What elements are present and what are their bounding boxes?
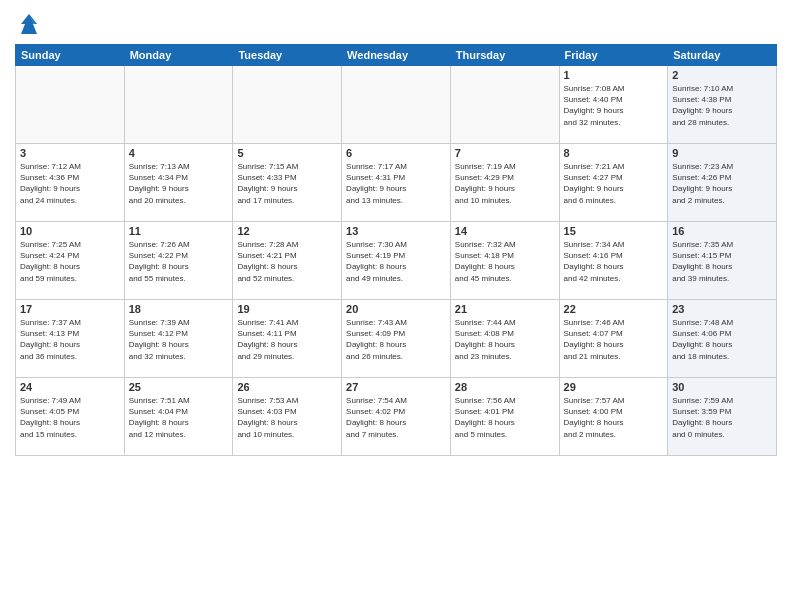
day-cell: 12Sunrise: 7:28 AMSunset: 4:21 PMDayligh… [233, 222, 342, 300]
weekday-header-thursday: Thursday [450, 45, 559, 66]
day-info: Sunrise: 7:49 AMSunset: 4:05 PMDaylight:… [20, 395, 120, 440]
day-number: 4 [129, 147, 229, 159]
day-cell: 5Sunrise: 7:15 AMSunset: 4:33 PMDaylight… [233, 144, 342, 222]
day-number: 27 [346, 381, 446, 393]
weekday-header-wednesday: Wednesday [342, 45, 451, 66]
day-info: Sunrise: 7:46 AMSunset: 4:07 PMDaylight:… [564, 317, 664, 362]
day-number: 24 [20, 381, 120, 393]
calendar-body: 1Sunrise: 7:08 AMSunset: 4:40 PMDaylight… [16, 66, 777, 456]
day-cell: 11Sunrise: 7:26 AMSunset: 4:22 PMDayligh… [124, 222, 233, 300]
day-number: 29 [564, 381, 664, 393]
day-info: Sunrise: 7:43 AMSunset: 4:09 PMDaylight:… [346, 317, 446, 362]
day-number: 8 [564, 147, 664, 159]
day-info: Sunrise: 7:26 AMSunset: 4:22 PMDaylight:… [129, 239, 229, 284]
calendar: SundayMondayTuesdayWednesdayThursdayFrid… [15, 44, 777, 456]
day-info: Sunrise: 7:57 AMSunset: 4:00 PMDaylight:… [564, 395, 664, 440]
weekday-header-saturday: Saturday [668, 45, 777, 66]
weekday-header-friday: Friday [559, 45, 668, 66]
header [15, 10, 777, 38]
day-info: Sunrise: 7:21 AMSunset: 4:27 PMDaylight:… [564, 161, 664, 206]
day-info: Sunrise: 7:08 AMSunset: 4:40 PMDaylight:… [564, 83, 664, 128]
day-info: Sunrise: 7:39 AMSunset: 4:12 PMDaylight:… [129, 317, 229, 362]
day-cell [16, 66, 125, 144]
day-number: 19 [237, 303, 337, 315]
day-number: 14 [455, 225, 555, 237]
day-info: Sunrise: 7:10 AMSunset: 4:38 PMDaylight:… [672, 83, 772, 128]
day-info: Sunrise: 7:59 AMSunset: 3:59 PMDaylight:… [672, 395, 772, 440]
day-info: Sunrise: 7:12 AMSunset: 4:36 PMDaylight:… [20, 161, 120, 206]
day-info: Sunrise: 7:56 AMSunset: 4:01 PMDaylight:… [455, 395, 555, 440]
day-cell: 29Sunrise: 7:57 AMSunset: 4:00 PMDayligh… [559, 378, 668, 456]
day-cell: 3Sunrise: 7:12 AMSunset: 4:36 PMDaylight… [16, 144, 125, 222]
day-cell [124, 66, 233, 144]
day-info: Sunrise: 7:23 AMSunset: 4:26 PMDaylight:… [672, 161, 772, 206]
day-info: Sunrise: 7:13 AMSunset: 4:34 PMDaylight:… [129, 161, 229, 206]
day-cell: 8Sunrise: 7:21 AMSunset: 4:27 PMDaylight… [559, 144, 668, 222]
day-cell: 9Sunrise: 7:23 AMSunset: 4:26 PMDaylight… [668, 144, 777, 222]
day-number: 1 [564, 69, 664, 81]
day-number: 10 [20, 225, 120, 237]
week-row-5: 24Sunrise: 7:49 AMSunset: 4:05 PMDayligh… [16, 378, 777, 456]
day-info: Sunrise: 7:44 AMSunset: 4:08 PMDaylight:… [455, 317, 555, 362]
day-number: 28 [455, 381, 555, 393]
day-number: 3 [20, 147, 120, 159]
day-cell [233, 66, 342, 144]
day-number: 22 [564, 303, 664, 315]
day-number: 2 [672, 69, 772, 81]
day-number: 7 [455, 147, 555, 159]
day-cell: 28Sunrise: 7:56 AMSunset: 4:01 PMDayligh… [450, 378, 559, 456]
day-number: 12 [237, 225, 337, 237]
day-number: 20 [346, 303, 446, 315]
day-cell: 17Sunrise: 7:37 AMSunset: 4:13 PMDayligh… [16, 300, 125, 378]
day-cell: 16Sunrise: 7:35 AMSunset: 4:15 PMDayligh… [668, 222, 777, 300]
day-number: 30 [672, 381, 772, 393]
day-number: 17 [20, 303, 120, 315]
day-info: Sunrise: 7:37 AMSunset: 4:13 PMDaylight:… [20, 317, 120, 362]
day-cell: 10Sunrise: 7:25 AMSunset: 4:24 PMDayligh… [16, 222, 125, 300]
week-row-4: 17Sunrise: 7:37 AMSunset: 4:13 PMDayligh… [16, 300, 777, 378]
day-cell: 19Sunrise: 7:41 AMSunset: 4:11 PMDayligh… [233, 300, 342, 378]
weekday-header-sunday: Sunday [16, 45, 125, 66]
day-info: Sunrise: 7:32 AMSunset: 4:18 PMDaylight:… [455, 239, 555, 284]
day-cell: 24Sunrise: 7:49 AMSunset: 4:05 PMDayligh… [16, 378, 125, 456]
day-info: Sunrise: 7:41 AMSunset: 4:11 PMDaylight:… [237, 317, 337, 362]
day-info: Sunrise: 7:48 AMSunset: 4:06 PMDaylight:… [672, 317, 772, 362]
day-info: Sunrise: 7:35 AMSunset: 4:15 PMDaylight:… [672, 239, 772, 284]
day-cell: 14Sunrise: 7:32 AMSunset: 4:18 PMDayligh… [450, 222, 559, 300]
day-number: 26 [237, 381, 337, 393]
day-number: 15 [564, 225, 664, 237]
day-cell: 6Sunrise: 7:17 AMSunset: 4:31 PMDaylight… [342, 144, 451, 222]
day-cell: 27Sunrise: 7:54 AMSunset: 4:02 PMDayligh… [342, 378, 451, 456]
day-info: Sunrise: 7:17 AMSunset: 4:31 PMDaylight:… [346, 161, 446, 206]
day-info: Sunrise: 7:54 AMSunset: 4:02 PMDaylight:… [346, 395, 446, 440]
day-cell: 26Sunrise: 7:53 AMSunset: 4:03 PMDayligh… [233, 378, 342, 456]
weekday-header-tuesday: Tuesday [233, 45, 342, 66]
day-number: 11 [129, 225, 229, 237]
day-cell: 25Sunrise: 7:51 AMSunset: 4:04 PMDayligh… [124, 378, 233, 456]
day-info: Sunrise: 7:53 AMSunset: 4:03 PMDaylight:… [237, 395, 337, 440]
day-number: 9 [672, 147, 772, 159]
day-cell: 21Sunrise: 7:44 AMSunset: 4:08 PMDayligh… [450, 300, 559, 378]
day-cell [450, 66, 559, 144]
logo-icon [15, 10, 43, 38]
week-row-2: 3Sunrise: 7:12 AMSunset: 4:36 PMDaylight… [16, 144, 777, 222]
day-cell: 30Sunrise: 7:59 AMSunset: 3:59 PMDayligh… [668, 378, 777, 456]
day-cell: 20Sunrise: 7:43 AMSunset: 4:09 PMDayligh… [342, 300, 451, 378]
day-number: 13 [346, 225, 446, 237]
week-row-3: 10Sunrise: 7:25 AMSunset: 4:24 PMDayligh… [16, 222, 777, 300]
day-cell: 7Sunrise: 7:19 AMSunset: 4:29 PMDaylight… [450, 144, 559, 222]
day-number: 5 [237, 147, 337, 159]
day-cell: 4Sunrise: 7:13 AMSunset: 4:34 PMDaylight… [124, 144, 233, 222]
day-cell: 2Sunrise: 7:10 AMSunset: 4:38 PMDaylight… [668, 66, 777, 144]
day-info: Sunrise: 7:19 AMSunset: 4:29 PMDaylight:… [455, 161, 555, 206]
day-number: 18 [129, 303, 229, 315]
day-number: 25 [129, 381, 229, 393]
day-info: Sunrise: 7:25 AMSunset: 4:24 PMDaylight:… [20, 239, 120, 284]
weekday-header-monday: Monday [124, 45, 233, 66]
day-info: Sunrise: 7:30 AMSunset: 4:19 PMDaylight:… [346, 239, 446, 284]
day-cell: 13Sunrise: 7:30 AMSunset: 4:19 PMDayligh… [342, 222, 451, 300]
day-cell [342, 66, 451, 144]
logo [15, 10, 47, 38]
day-cell: 23Sunrise: 7:48 AMSunset: 4:06 PMDayligh… [668, 300, 777, 378]
day-number: 21 [455, 303, 555, 315]
